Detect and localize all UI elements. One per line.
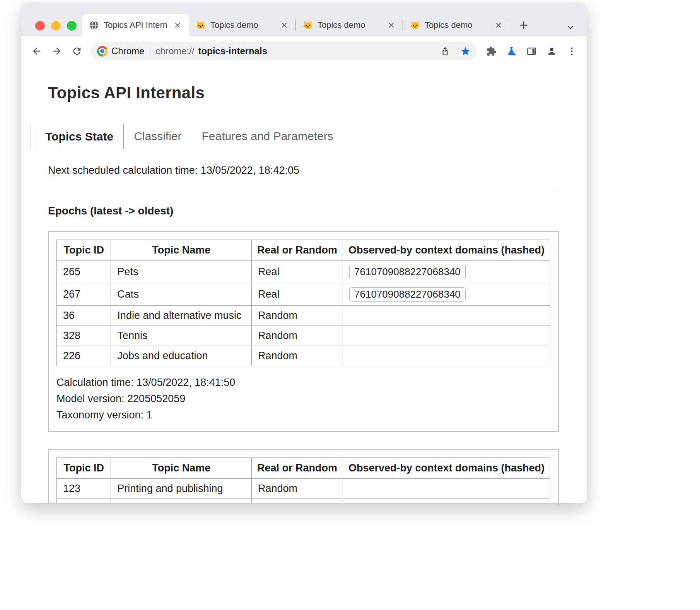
col-real-or-random: Real or Random xyxy=(252,458,343,478)
url-scheme: chrome:// xyxy=(155,46,194,57)
table-row: 123 Printing and publishing Random xyxy=(57,478,550,499)
browser-window: Topics API Intern 🐱 Topics demo 🐱 Topics… xyxy=(21,3,587,503)
topic-id-cell: 267 xyxy=(57,283,111,306)
tab-topics-state[interactable]: Topics State xyxy=(35,124,124,149)
cat-favicon-icon: 🐱 xyxy=(303,20,313,30)
real-or-random-cell: Random xyxy=(252,499,343,503)
col-topic-id: Topic ID xyxy=(57,458,111,478)
address-bar[interactable]: Chrome chrome:// topics-internals xyxy=(91,42,477,60)
divider xyxy=(48,189,559,189)
browser-tab-topics-internals[interactable]: Topics API Intern xyxy=(82,14,189,36)
observed-domains-cell xyxy=(343,326,550,346)
share-button[interactable] xyxy=(437,43,453,59)
tab-features-and-parameters[interactable]: Features and Parameters xyxy=(192,124,343,149)
col-observed-domains: Observed-by context domains (hashed) xyxy=(343,240,550,261)
table-row: 265 Pets Real 7610709088227068340 xyxy=(57,261,550,283)
bookmark-star-button[interactable] xyxy=(457,43,473,59)
search-engine-label: Chrome xyxy=(111,46,144,57)
new-tab-button[interactable] xyxy=(516,17,532,33)
globe-favicon-icon xyxy=(89,20,99,30)
extensions-puzzle-button[interactable] xyxy=(482,42,500,60)
topic-name-cell: Jobs and education xyxy=(111,346,252,366)
tab-close-icon[interactable] xyxy=(172,19,183,31)
table-row: 226 Jobs and education Random xyxy=(57,346,550,366)
browser-tab-topics-demo-3[interactable]: 🐱 Topics demo xyxy=(403,14,510,36)
topic-name-cell: Pets xyxy=(111,261,252,283)
side-panel-button[interactable] xyxy=(522,42,541,60)
menu-dots-button[interactable] xyxy=(562,42,581,60)
real-or-random-cell: Random xyxy=(252,346,343,366)
tab-close-icon[interactable] xyxy=(493,19,504,31)
topic-name-cell: Printing and publishing xyxy=(111,478,252,499)
tab-title: Topics demo xyxy=(210,20,274,30)
col-real-or-random: Real or Random xyxy=(252,240,343,261)
topic-id-cell: 265 xyxy=(57,261,111,283)
table-row: 200 Fibre and textile arts Random xyxy=(57,499,550,503)
tab-close-icon[interactable] xyxy=(386,19,397,31)
epoch-card-latest: Topic ID Topic Name Real or Random Obser… xyxy=(48,231,559,432)
url-path: topics-internals xyxy=(198,46,267,57)
topic-name-cell: Indie and alternative music xyxy=(111,306,252,326)
observed-domains-cell xyxy=(343,499,550,503)
table-row: 267 Cats Real 7610709088227068340 xyxy=(57,283,550,306)
model-version-text: Model version: 2205052059 xyxy=(56,391,550,407)
topic-id-cell: 200 xyxy=(57,499,111,503)
calculation-time-text: Calculation time: 13/05/2022, 18:41:50 xyxy=(56,375,550,391)
window-controls xyxy=(35,21,77,31)
real-or-random-cell: Real xyxy=(252,283,343,306)
close-window-button[interactable] xyxy=(35,21,45,31)
tab-title: Topics demo xyxy=(425,20,488,30)
browser-tab-topics-demo-2[interactable]: 🐱 Topics demo xyxy=(296,14,403,36)
next-calculation-time-text: Next scheduled calculation time: 13/05/2… xyxy=(48,164,559,176)
browser-tab-topics-demo-1[interactable]: 🐱 Topics demo xyxy=(189,14,295,36)
topic-id-cell: 36 xyxy=(57,306,111,326)
forward-button[interactable] xyxy=(48,42,66,60)
hashed-domain-value: 7610709088227068340 xyxy=(349,265,466,279)
col-observed-domains: Observed-by context domains (hashed) xyxy=(343,458,550,478)
cat-favicon-icon: 🐱 xyxy=(410,20,420,30)
topic-name-cell: Tennis xyxy=(111,326,252,346)
cat-favicon-icon: 🐱 xyxy=(196,20,206,30)
epochs-heading: Epochs (latest -> oldest) xyxy=(48,205,559,217)
back-button[interactable] xyxy=(27,42,46,60)
epoch-metadata: Calculation time: 13/05/2022, 18:41:50 M… xyxy=(56,375,550,423)
reload-button[interactable] xyxy=(68,42,86,60)
observed-domains-cell xyxy=(343,306,550,326)
minimize-window-button[interactable] xyxy=(51,21,61,31)
topic-id-cell: 226 xyxy=(57,346,111,366)
topic-name-cell: Cats xyxy=(111,283,252,306)
table-header-row: Topic ID Topic Name Real or Random Obser… xyxy=(57,458,550,478)
real-or-random-cell: Random xyxy=(252,478,343,499)
table-header-row: Topic ID Topic Name Real or Random Obser… xyxy=(57,240,550,261)
observed-domains-cell: 7610709088227068340 xyxy=(343,283,550,306)
tab-search-chevron-icon[interactable] xyxy=(564,21,577,34)
topic-id-cell: 328 xyxy=(57,326,111,346)
table-row: 36 Indie and alternative music Random xyxy=(57,306,550,326)
hashed-domain-value: 7610709088227068340 xyxy=(349,287,466,302)
topics-table: Topic ID Topic Name Real or Random Obser… xyxy=(56,240,550,366)
col-topic-name: Topic Name xyxy=(111,458,252,478)
topics-table: Topic ID Topic Name Real or Random Obser… xyxy=(56,458,550,503)
tab-separator xyxy=(510,19,510,31)
browser-toolbar: Chrome chrome:// topics-internals xyxy=(21,36,587,66)
tab-list: Topics API Intern 🐱 Topics demo 🐱 Topics… xyxy=(82,14,532,36)
tab-title: Topics API Intern xyxy=(104,20,167,30)
tab-title: Topics demo xyxy=(318,20,381,30)
topic-name-cell: Fibre and textile arts xyxy=(111,499,252,503)
omnibox-divider xyxy=(150,46,150,56)
labs-flask-button[interactable] xyxy=(502,42,521,60)
browser-tabstrip: Topics API Intern 🐱 Topics demo 🐱 Topics… xyxy=(21,3,587,36)
topic-id-cell: 123 xyxy=(57,478,111,499)
taxonomy-version-text: Taxonomy version: 1 xyxy=(56,407,550,423)
real-or-random-cell: Real xyxy=(252,261,343,283)
tab-classifier[interactable]: Classifier xyxy=(124,124,191,149)
profile-avatar-button[interactable] xyxy=(542,42,561,60)
real-or-random-cell: Random xyxy=(252,306,343,326)
col-topic-name: Topic Name xyxy=(111,240,252,261)
internals-tab-bar: Topics State Classifier Features and Par… xyxy=(31,124,559,149)
tab-close-icon[interactable] xyxy=(278,19,290,31)
zoom-window-button[interactable] xyxy=(67,21,77,31)
col-topic-id: Topic ID xyxy=(57,240,111,261)
observed-domains-cell: 7610709088227068340 xyxy=(343,261,550,283)
real-or-random-cell: Random xyxy=(252,326,343,346)
